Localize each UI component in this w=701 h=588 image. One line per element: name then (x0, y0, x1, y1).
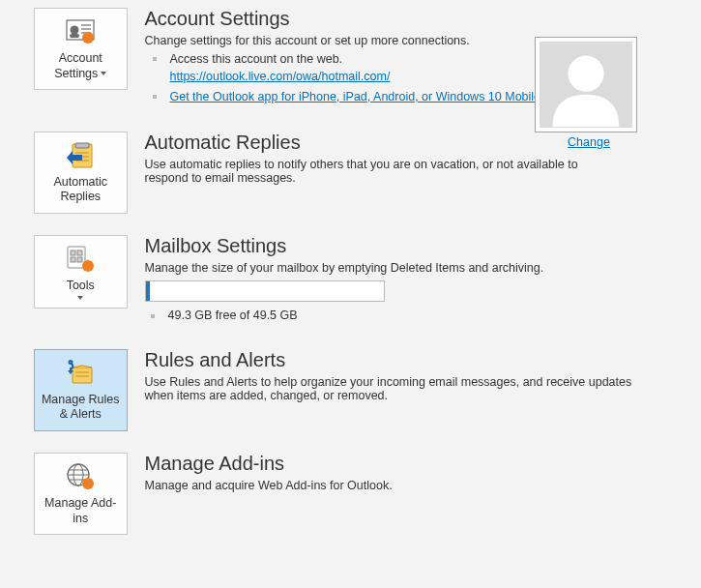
svg-point-1 (71, 26, 79, 35)
tile-label: Tools (39, 279, 123, 294)
tile-label: Manage Add-ins (39, 496, 123, 526)
rules-alerts-title: Rules and Alerts (145, 349, 644, 371)
avatar-placeholder-icon (540, 42, 632, 128)
automatic-replies-icon (65, 140, 96, 171)
web-access-text: Access this account on the web. (170, 52, 343, 66)
tile-label: Account Settings (39, 51, 123, 81)
account-settings-button[interactable]: Account Settings (34, 8, 128, 90)
automatic-replies-desc: Use automatic replies to notify others t… (145, 158, 625, 185)
automatic-replies-button[interactable]: Automatic Replies (34, 132, 128, 214)
tile-label: Manage Rules & Alerts (39, 393, 123, 423)
svg-rect-18 (77, 257, 82, 262)
account-settings-title: Account Settings (145, 8, 683, 30)
rules-alerts-icon (65, 358, 96, 389)
get-outlook-app-link[interactable]: Get the Outlook app for iPhone, iPad, An… (170, 90, 544, 103)
avatar-change-button[interactable] (535, 37, 637, 132)
addins-title: Manage Add-ins (145, 453, 683, 475)
svg-rect-10 (75, 143, 89, 148)
section-rules-alerts: Manage Rules & Alerts Rules and Alerts U… (0, 349, 701, 431)
change-photo-link[interactable]: Change (568, 135, 610, 149)
addins-content: Manage Add-ins Manage and acquire Web Ad… (128, 453, 683, 496)
section-mailbox-settings: Tools Mailbox Settings Manage the size o… (0, 235, 701, 328)
manage-addins-button[interactable]: Manage Add-ins (34, 453, 128, 535)
svg-rect-21 (73, 368, 92, 383)
addins-icon (65, 461, 96, 492)
mailbox-usage-meter (145, 280, 385, 302)
rules-alerts-content: Rules and Alerts Use Rules and Alerts to… (128, 349, 683, 406)
svg-rect-15 (71, 250, 75, 255)
addins-desc: Manage and acquire Web Add-ins for Outlo… (145, 479, 683, 492)
svg-point-8 (568, 56, 603, 92)
dropdown-caret-icon (77, 296, 83, 300)
account-settings-icon (65, 16, 96, 47)
svg-rect-17 (71, 257, 75, 262)
mailbox-usage-bar (146, 281, 150, 301)
mailbox-settings-content: Mailbox Settings Manage the size of your… (128, 235, 683, 328)
rules-alerts-desc: Use Rules and Alerts to help organize yo… (145, 375, 644, 402)
manage-rules-alerts-button[interactable]: Manage Rules & Alerts (34, 349, 128, 431)
dropdown-caret-icon (101, 72, 106, 75)
svg-rect-16 (77, 250, 82, 255)
mailbox-settings-title: Mailbox Settings (145, 235, 683, 257)
svg-rect-2 (70, 34, 79, 38)
section-manage-addins: Manage Add-ins Manage Add-ins Manage and… (0, 453, 701, 535)
owa-link[interactable]: https://outlook.live.com/owa/hotmail.com… (170, 70, 391, 83)
avatar-box: Change (535, 37, 643, 149)
tile-label: Automatic Replies (39, 175, 123, 205)
mailbox-settings-desc: Manage the size of your mailbox by empty… (145, 261, 683, 275)
tools-button[interactable]: Tools (34, 235, 128, 309)
mailbox-usage-text: 49.3 GB free of 49.5 GB (159, 309, 683, 322)
tools-icon (65, 244, 96, 275)
